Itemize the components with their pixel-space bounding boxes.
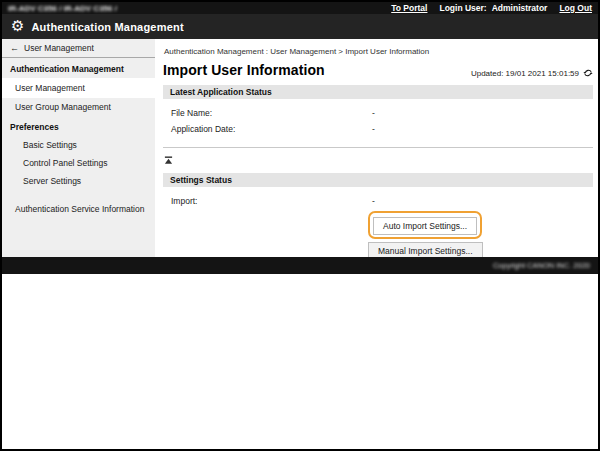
import-value: - <box>372 196 375 206</box>
import-label: Import: <box>171 196 372 206</box>
sidebar: ← User Management Authentication Managem… <box>2 39 155 257</box>
application-date-label: Application Date: <box>171 124 372 134</box>
section-header-settings-status: Settings Status <box>163 173 593 187</box>
footer-bar: Copyright CANON INC. 2020 <box>2 257 598 274</box>
section-header-latest-application-status: Latest Application Status <box>163 85 593 99</box>
to-portal-link[interactable]: To Portal <box>391 3 427 13</box>
field-row-import: Import: - <box>163 193 593 209</box>
sidebar-item-user-group-management[interactable]: User Group Management <box>2 98 155 116</box>
login-user-value: Administrator <box>492 3 548 13</box>
manual-import-settings-button[interactable]: Manual Import Settings... <box>368 242 483 257</box>
sidebar-header-authentication-management: Authentication Management <box>2 58 155 78</box>
app-title: Authentication Management <box>31 21 183 33</box>
file-name-value: - <box>372 108 375 118</box>
sidebar-item-server-settings[interactable]: Server Settings <box>2 172 155 190</box>
breadcrumb: Authentication Management : User Managem… <box>163 45 593 62</box>
back-arrow-icon: ← <box>10 43 19 53</box>
updated-timestamp: Updated: 19/01 2021 15:01:59 <box>471 69 579 78</box>
device-name: iR-ADV C356 / iR-ADV C356 / <box>8 4 117 13</box>
sidebar-item-control-panel-settings[interactable]: Control Panel Settings <box>2 154 155 172</box>
updated-info: Updated: 19/01 2021 15:01:59 <box>471 68 593 78</box>
title-row: Import User Information Updated: 19/01 2… <box>163 62 593 85</box>
topbar-links: To Portal Login User: Administrator Log … <box>391 3 592 13</box>
field-row-file-name: File Name: - <box>163 105 593 121</box>
gear-icon: ⚙ <box>11 18 24 33</box>
sidebar-back-user-management[interactable]: ← User Management <box>2 39 155 58</box>
sidebar-item-user-management[interactable]: User Management <box>2 78 155 98</box>
login-user-group: Login User: Administrator <box>439 3 547 13</box>
sidebar-item-basic-settings[interactable]: Basic Settings <box>2 136 155 154</box>
application-date-value: - <box>372 124 375 134</box>
copyright-text: Copyright CANON INC. 2020 <box>493 261 590 270</box>
top-status-bar: iR-ADV C356 / iR-ADV C356 / To Portal Lo… <box>2 2 598 14</box>
app-title-bar: ⚙ Authentication Management <box>2 14 598 39</box>
body-row: ← User Management Authentication Managem… <box>2 39 598 257</box>
callout-highlight: Auto Import Settings... <box>368 211 482 239</box>
empty-area <box>2 274 598 447</box>
sidebar-item-authentication-service-information[interactable]: Authentication Service Information <box>2 200 155 218</box>
browser-viewport: iR-ADV C356 / iR-ADV C356 / To Portal Lo… <box>0 0 600 451</box>
sidebar-header-preferences: Preferences <box>2 116 155 136</box>
page-title: Import User Information <box>163 62 325 78</box>
field-row-application-date: Application Date: - <box>163 121 593 137</box>
refresh-icon[interactable] <box>583 68 593 78</box>
scroll-to-top-icon[interactable] <box>164 156 173 165</box>
separator <box>163 147 593 148</box>
file-name-label: File Name: <box>171 108 372 118</box>
auto-import-settings-button[interactable]: Auto Import Settings... <box>373 217 477 235</box>
login-user-label: Login User: <box>439 3 486 13</box>
log-out-link[interactable]: Log Out <box>559 3 592 13</box>
main-content: Authentication Management : User Managem… <box>155 39 598 257</box>
import-buttons: Auto Import Settings... Manual Import Se… <box>368 211 593 257</box>
sidebar-back-label: User Management <box>24 43 94 53</box>
